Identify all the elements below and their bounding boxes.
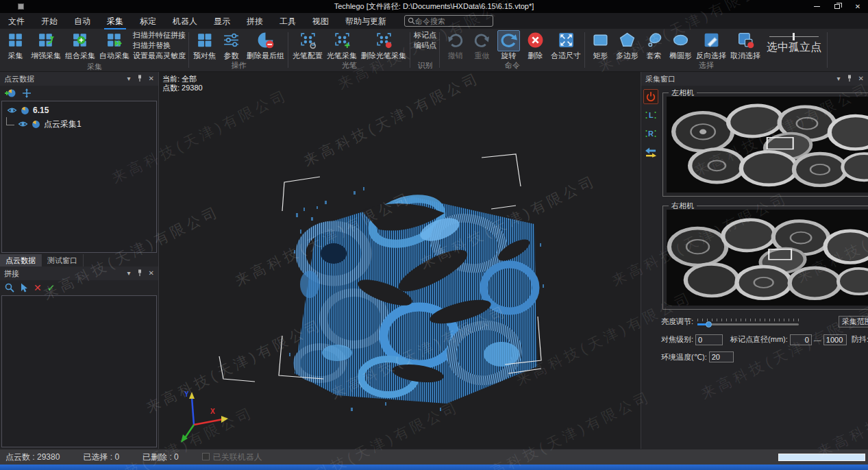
visibility-eye-icon[interactable] xyxy=(7,107,17,114)
stitch-accept-icon[interactable]: ✓ xyxy=(47,283,55,293)
group-label-recognition: 识别 xyxy=(412,60,438,71)
enhanced-capture-button[interactable]: 增强采集 xyxy=(29,29,63,60)
prefocus-button[interactable]: 预对焦 xyxy=(191,29,218,60)
slider-tick-marks xyxy=(697,319,799,321)
stitch-reject-icon[interactable]: ✕ xyxy=(34,283,42,293)
capture-range-dropdown[interactable]: 采集范围: 0 ▾ xyxy=(839,316,868,327)
marker-diameter-max-input[interactable] xyxy=(823,334,847,345)
right-camera-toggle-button[interactable]: R xyxy=(643,126,658,141)
delete-last-group-button[interactable]: 删除最后组 xyxy=(245,29,286,60)
group-label-command: 命令 xyxy=(442,60,583,71)
fit-size-icon xyxy=(557,31,575,49)
axis-triad: X Y xyxy=(169,391,231,449)
search-icon xyxy=(408,17,415,25)
left-camera-toggle-button[interactable]: L xyxy=(643,108,658,123)
lasso-select-button[interactable]: 套索 xyxy=(641,29,667,60)
pointcloud-tree: 6.15 点云采集1 xyxy=(1,101,157,253)
left-camera-view[interactable]: 左相机 xyxy=(662,92,868,197)
menu-file[interactable]: 文件 xyxy=(0,14,33,29)
menu-tools[interactable]: 工具 xyxy=(271,14,304,29)
right-camera-view[interactable]: 右相机 xyxy=(662,206,868,310)
tree-item-root[interactable]: 6.15 xyxy=(2,103,156,117)
menu-capture[interactable]: 采集 xyxy=(99,14,132,29)
focus-level-input[interactable] xyxy=(695,334,723,345)
tab-pointcloud-data[interactable]: 点云数据 xyxy=(0,254,42,267)
delete-button[interactable]: 删除 xyxy=(522,29,549,60)
fit-size-button[interactable]: 合适尺寸 xyxy=(549,29,583,60)
stitch-zoom-icon[interactable] xyxy=(5,283,14,293)
status-selected-count: 已选择 : 0 xyxy=(83,452,119,463)
rect-select-button[interactable]: 矩形 xyxy=(587,29,614,60)
3d-viewport[interactable]: 当前: 全部 点数: 29380 xyxy=(159,72,641,449)
polygon-select-button[interactable]: 多边形 xyxy=(614,29,641,60)
panel-pin-icon[interactable] xyxy=(137,75,142,84)
menu-auto[interactable]: 自动 xyxy=(66,14,99,29)
parameters-button[interactable]: 参数 xyxy=(218,29,245,60)
pointcloud-render xyxy=(214,147,556,418)
panel-pin-icon[interactable] xyxy=(137,269,142,278)
auto-capture-button[interactable]: 自动采集 xyxy=(97,29,132,60)
set-max-sensitivity-button[interactable]: 设置最高灵敏度 xyxy=(133,51,186,61)
lightpen-capture-button[interactable]: 光笔采集 xyxy=(325,29,359,60)
right-camera-image xyxy=(667,210,868,306)
isolated-points-label: 选中孤立点 xyxy=(767,40,821,55)
menu-robot[interactable]: 机器人 xyxy=(164,14,206,29)
scan-replace-button[interactable]: 扫描并替换 xyxy=(133,40,186,51)
add-pointcloud-icon[interactable] xyxy=(5,88,16,98)
ellipse-icon xyxy=(671,31,690,49)
panel-close-icon[interactable]: ✕ xyxy=(858,75,864,82)
stitch-pick-cursor-icon[interactable] xyxy=(20,283,28,293)
menu-stitch[interactable]: 拼接 xyxy=(238,14,271,29)
pointcloud-node-icon xyxy=(21,106,29,115)
menu-calibration[interactable]: 标定 xyxy=(132,14,164,29)
panel-menu-icon[interactable]: ▾ xyxy=(837,75,841,82)
menu-start[interactable]: 开始 xyxy=(33,14,66,29)
tab-test-window[interactable]: 测试窗口 xyxy=(42,254,84,267)
marker-diameter-min-input[interactable] xyxy=(790,334,812,345)
rectangle-icon xyxy=(591,31,610,49)
panel-close-icon[interactable]: ✕ xyxy=(149,75,154,82)
swap-arrows-icon xyxy=(645,147,657,158)
window-title: Techlego [文件路径: D:\Documents\HXData\6.15… xyxy=(0,0,868,13)
menu-view[interactable]: 视图 xyxy=(304,14,337,29)
panel-close-icon[interactable]: ✕ xyxy=(149,270,154,277)
camera-power-button[interactable] xyxy=(643,89,658,104)
axis-align-icon[interactable] xyxy=(22,88,32,98)
swap-cameras-button[interactable] xyxy=(643,145,658,160)
menu-help[interactable]: 帮助与更新 xyxy=(337,14,395,29)
search-input[interactable] xyxy=(415,17,490,25)
menu-display[interactable]: 显示 xyxy=(206,14,238,29)
stitch-panel-header: 拼接 ▾ ✕ xyxy=(0,267,158,280)
capture-button[interactable]: 采集 xyxy=(2,29,29,60)
lightpen-config-button[interactable]: 光笔配置 xyxy=(290,29,325,60)
visibility-eye-icon[interactable] xyxy=(18,121,28,127)
pointcloud-panel-header: 点云数据 ▾ ✕ xyxy=(0,72,158,86)
pointcloud-panel-title: 点云数据 xyxy=(4,74,34,84)
brightness-slider[interactable] xyxy=(697,319,799,325)
tree-item-child[interactable]: 点云采集1 xyxy=(2,117,156,131)
panel-menu-icon[interactable]: ▾ xyxy=(127,270,131,277)
combined-capture-button[interactable]: 组合采集 xyxy=(63,29,97,60)
ribbon-toolbar: 采集 增强采集 组合采集 自动采集 扫描并特征拼接 扫描并替换 设置最 xyxy=(0,29,868,72)
brightness-slider-handle[interactable] xyxy=(706,321,712,327)
invert-selection-button[interactable]: 反向选择 xyxy=(694,29,728,60)
scan-feature-stitch-button[interactable]: 扫描并特征拼接 xyxy=(133,30,186,40)
panel-menu-icon[interactable]: ▾ xyxy=(127,75,131,82)
undo-button[interactable]: 撤销 xyxy=(442,29,469,60)
status-point-count: 点云数 : 29380 xyxy=(5,452,60,463)
ambient-temperature-input[interactable] xyxy=(709,351,734,362)
polygon-icon xyxy=(618,31,636,49)
robot-linked-checkbox[interactable]: 已关联机器人 xyxy=(202,452,262,463)
rotate-button[interactable]: 旋转 xyxy=(495,29,522,60)
status-bar: 点云数 : 29380 已选择 : 0 已删除 : 0 已关联机器人 xyxy=(0,449,868,465)
marker-points-button[interactable]: 标记点 xyxy=(414,30,436,40)
coded-points-button[interactable]: 编码点 xyxy=(414,40,436,51)
panel-pin-icon[interactable] xyxy=(847,75,852,84)
command-search-box[interactable] xyxy=(404,15,493,27)
redo-button[interactable]: 重做 xyxy=(469,29,495,60)
isolated-points-slider[interactable] xyxy=(769,32,819,40)
cancel-selection-button[interactable]: 取消选择 xyxy=(728,29,762,60)
ellipse-select-button[interactable]: 椭圆形 xyxy=(667,29,694,60)
tree-item-label: 点云采集1 xyxy=(44,119,82,130)
delete-lightpen-capture-button[interactable]: 删除光笔采集 xyxy=(359,29,408,60)
